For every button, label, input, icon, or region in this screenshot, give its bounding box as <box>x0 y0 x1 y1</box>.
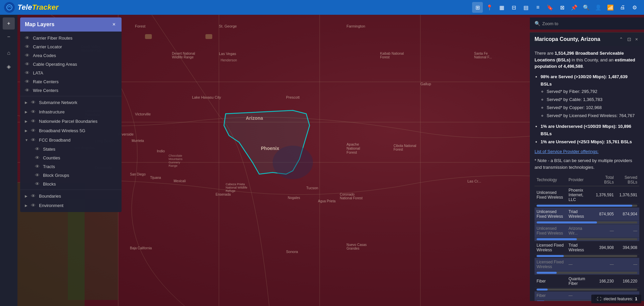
visibility-icon[interactable]: 👁 <box>25 53 30 58</box>
layer-item-wire-centers[interactable]: 👁 Wire Centers <box>20 86 122 95</box>
map-label-tucson: Tucson <box>306 186 318 190</box>
signal-toolbar-btn[interactable]: 📶 <box>605 2 616 13</box>
info-panel-header: Maricopa County, Arizona ⌃ ⊡ × <box>530 33 644 46</box>
layer-subitem-counties[interactable]: 👁 Counties <box>20 153 122 162</box>
topbar-icons: ⊞ 📍 ▦ ⊟ ▤ ≡ 🔖 ⊠ 📌 🔍 👤 📶 🖨 ⚙ <box>472 2 644 13</box>
layer-subitem-tracts[interactable]: 👁 Tracts <box>20 162 122 171</box>
cell-total: — <box>593 258 616 271</box>
map-label-cibola: Cibola NationalForest <box>394 144 416 151</box>
visibility-icon[interactable]: 👁 <box>25 44 30 49</box>
layer-group-environment[interactable]: ▶ 👁 Environment <box>20 201 122 210</box>
visibility-icon[interactable]: 👁 <box>35 172 40 178</box>
cell-served: — <box>616 258 639 271</box>
summary-paragraph: There are 1,514,296 Broadband Serviceabl… <box>535 50 639 70</box>
map-label-henderson: Henderson <box>221 58 237 62</box>
layer-item-carrier-fiber[interactable]: 👁 Carrier Fiber Routes <box>20 34 122 42</box>
visibility-icon[interactable]: 👁 <box>25 35 30 41</box>
layer-group-submarine[interactable]: ▶ 👁 Submarine Network <box>20 98 122 107</box>
zoom-input[interactable]: Zoom to <box>542 21 558 26</box>
layer-item-cable-areas[interactable]: 👁 Cable Operating Areas <box>20 60 122 68</box>
cell-tech: Licensed Fixed Wireless <box>535 241 566 254</box>
table-toolbar-btn[interactable]: ▤ <box>520 2 531 13</box>
visibility-icon[interactable]: 👁 <box>35 181 40 187</box>
print-toolbar-btn[interactable]: 🖨 <box>617 2 628 13</box>
layer-group-fcc[interactable]: ▼ 👁 FCC Broadband <box>20 135 122 145</box>
cell-provider: Phoenix Internet, LLC <box>566 186 593 204</box>
stats-list: 98% are Served (>100/20 Mbps): 1,487,639… <box>541 73 639 146</box>
cell-provider: — <box>566 292 593 300</box>
grid-toolbar-btn[interactable]: ▦ <box>496 2 507 13</box>
visibility-icon[interactable]: 👁 <box>25 79 30 84</box>
fullscreen-btn[interactable]: ⛶ <box>594 295 604 303</box>
selected-count: 1 <box>635 297 637 301</box>
layer-subitem-blocks[interactable]: 👁 Blocks <box>20 180 122 188</box>
list-toolbar-btn[interactable]: ≡ <box>533 2 543 13</box>
zoom-out-btn[interactable]: − <box>3 31 15 43</box>
visibility-icon[interactable]: 👁 <box>25 70 30 75</box>
table-row: Licensed Fixed Wireless — — — <box>535 258 639 271</box>
cell-provider: Triad Wireless <box>566 208 593 221</box>
map-layers-panel: Map Layers × 👁 Carrier Fiber Routes 👁 Ca… <box>20 17 122 212</box>
pin-toolbar-btn[interactable]: 📍 <box>484 2 495 13</box>
restore-btn[interactable]: ⊡ <box>626 36 633 43</box>
compare-toolbar-btn[interactable]: ⊠ <box>557 2 567 13</box>
cell-served: 166,220 <box>616 275 639 288</box>
visibility-icon[interactable]: 👁 <box>31 137 36 143</box>
layer-item-lata[interactable]: 👁 LATA <box>20 68 122 77</box>
visibility-icon[interactable]: 👁 <box>31 109 36 114</box>
map-layers-close-btn[interactable]: × <box>111 21 117 28</box>
layer-group-5g[interactable]: ▶ 👁 Broadband Wireless 5G <box>20 126 122 135</box>
home-btn[interactable]: ⌂ <box>3 47 15 59</box>
filter-toolbar-btn[interactable]: ⊟ <box>508 2 519 13</box>
expand-icon: ▶ <box>25 204 28 207</box>
visibility-icon[interactable]: 👁 <box>31 193 36 199</box>
visibility-icon[interactable]: 👁 <box>35 146 40 152</box>
layer-item-carrier-locator[interactable]: 👁 Carrier Locator <box>20 42 122 51</box>
cell-provider: Quantum Fiber <box>566 275 593 288</box>
layer-group-infrastructure[interactable]: ▶ 👁 Infrastructure <box>20 107 122 116</box>
provider-offerings-link[interactable]: List of Service Provider offerings: <box>535 149 639 154</box>
settings-toolbar-btn[interactable]: ⚙ <box>629 2 640 13</box>
map-label-lasvegas: Las Vegas <box>219 52 236 56</box>
compass-btn[interactable]: ◈ <box>3 60 15 72</box>
map-label-lascruces: Las Cr... <box>467 179 481 183</box>
layer-subitem-states[interactable]: 👁 States <box>20 145 122 153</box>
layer-item-area-codes[interactable]: 👁 Area Codes <box>20 51 122 60</box>
visibility-icon[interactable]: 👁 <box>31 128 36 133</box>
visibility-icon[interactable]: 👁 <box>25 61 30 67</box>
layer-group-parcel[interactable]: ▶ 👁 Nationwide Parcel Boundaries <box>20 116 122 126</box>
person-toolbar-btn[interactable]: 👤 <box>593 2 604 13</box>
visibility-icon[interactable]: 👁 <box>35 155 40 160</box>
cell-provider: — <box>566 258 593 271</box>
bookmark-toolbar-btn[interactable]: 🔖 <box>545 2 555 13</box>
layer-item-rate-centers[interactable]: 👁 Rate Centers <box>20 77 122 86</box>
close-btn[interactable]: × <box>634 36 639 43</box>
table-row: Unlicensed Fixed Wireless Triad Wireless… <box>535 208 639 221</box>
cell-tech: Licensed Fixed Wireless <box>535 258 566 271</box>
zoom-panel: 🔍 Zoom to <box>530 17 644 30</box>
visibility-icon[interactable]: 👁 <box>31 203 36 208</box>
location-toolbar-btn[interactable]: 📌 <box>569 2 580 13</box>
visibility-icon[interactable]: 👁 <box>31 118 36 124</box>
note-text: * Note - a BSL can be served by multiple… <box>535 157 639 170</box>
map-label-santafe: Santa FeNational F... <box>474 52 492 59</box>
svg-rect-9 <box>145 34 152 39</box>
map-label-indio: Indio <box>157 149 165 153</box>
layer-subitem-block-groups[interactable]: 👁 Block Groups <box>20 171 122 180</box>
bar-cell <box>535 204 639 208</box>
layer-group-boundaries[interactable]: ▶ 👁 Boundaries <box>20 191 122 201</box>
logo-area: TeleTracker <box>0 2 62 13</box>
zoom-search-icon: 🔍 <box>535 21 540 26</box>
minimize-btn[interactable]: ⌃ <box>618 36 625 43</box>
map-layers-body: 👁 Carrier Fiber Routes 👁 Carrier Locator… <box>20 32 122 212</box>
visibility-icon[interactable]: 👁 <box>31 100 36 105</box>
col-provider: Provider <box>566 174 593 186</box>
visibility-icon[interactable]: 👁 <box>25 88 30 93</box>
map-label-cabeza: Cabeza PrietaNational WildlifeRefuge <box>226 183 247 193</box>
visibility-icon[interactable]: 👁 <box>35 164 40 169</box>
search-toolbar-btn[interactable]: 🔍 <box>581 2 592 13</box>
layers-toolbar-btn[interactable]: ⊞ <box>472 2 483 13</box>
stat-served-sub: Served* by Fiber: 295,792 Served* by Cab… <box>547 88 639 119</box>
map-label-aguaprieta: Agua Prieta <box>318 199 335 203</box>
zoom-in-btn[interactable]: + <box>3 17 15 30</box>
